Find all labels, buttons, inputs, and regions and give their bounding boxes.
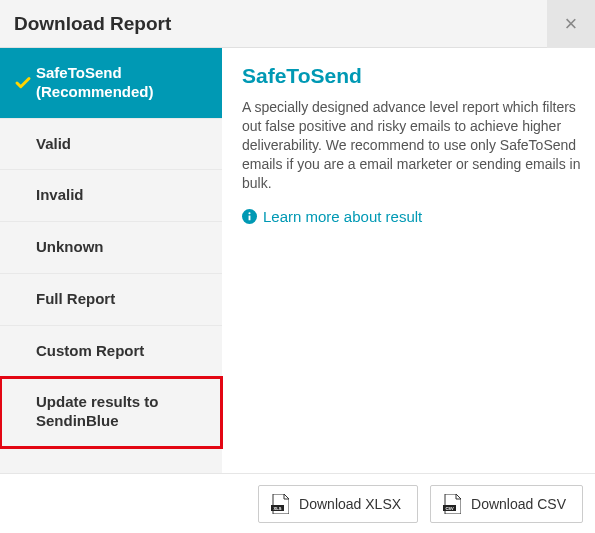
- close-button[interactable]: ×: [547, 0, 595, 48]
- checkmark-icon: [10, 74, 36, 92]
- sidebar-item-full-report[interactable]: Full Report: [0, 274, 222, 326]
- sidebar-item-valid[interactable]: Valid: [0, 119, 222, 171]
- sidebar-item-label: Invalid: [36, 186, 84, 205]
- learn-more-label: Learn more about result: [263, 208, 422, 225]
- sidebar-item-label: Custom Report: [36, 342, 144, 361]
- close-icon: ×: [565, 11, 578, 37]
- sidebar-item-update-sendinblue[interactable]: Update results to SendinBlue: [0, 377, 222, 448]
- report-description: A specially designed advance level repor…: [242, 98, 581, 192]
- download-xlsx-label: Download XLSX: [299, 496, 401, 512]
- report-type-sidebar: SafeToSend (Recommended) Valid Invalid U…: [0, 48, 222, 473]
- svg-text:XLS: XLS: [274, 505, 282, 510]
- sidebar-item-custom-report[interactable]: Custom Report: [0, 326, 222, 378]
- info-icon: [242, 209, 257, 224]
- dialog-title: Download Report: [14, 13, 171, 35]
- dialog-footer: XLS Download XLSX CSV Download CSV: [0, 473, 595, 533]
- sidebar-item-safetosend[interactable]: SafeToSend (Recommended): [0, 48, 222, 119]
- sidebar-item-label: Full Report: [36, 290, 115, 309]
- dialog-content: SafeToSend (Recommended) Valid Invalid U…: [0, 48, 595, 473]
- sidebar-item-label: SafeToSend (Recommended): [36, 64, 208, 102]
- download-xlsx-button[interactable]: XLS Download XLSX: [258, 485, 418, 523]
- dialog-header: Download Report ×: [0, 0, 595, 48]
- svg-text:CSV: CSV: [445, 505, 454, 510]
- download-csv-button[interactable]: CSV Download CSV: [430, 485, 583, 523]
- learn-more-link[interactable]: Learn more about result: [242, 208, 422, 225]
- svg-rect-1: [249, 216, 251, 221]
- sidebar-item-label: Valid: [36, 135, 71, 154]
- csv-file-icon: CSV: [443, 494, 461, 514]
- report-title: SafeToSend: [242, 64, 581, 88]
- report-description-panel: SafeToSend A specially designed advance …: [222, 48, 595, 473]
- download-csv-label: Download CSV: [471, 496, 566, 512]
- svg-point-2: [248, 213, 250, 215]
- sidebar-item-label: Update results to SendinBlue: [36, 393, 208, 431]
- sidebar-item-unknown[interactable]: Unknown: [0, 222, 222, 274]
- sidebar-item-invalid[interactable]: Invalid: [0, 170, 222, 222]
- xlsx-file-icon: XLS: [271, 494, 289, 514]
- sidebar-item-label: Unknown: [36, 238, 104, 257]
